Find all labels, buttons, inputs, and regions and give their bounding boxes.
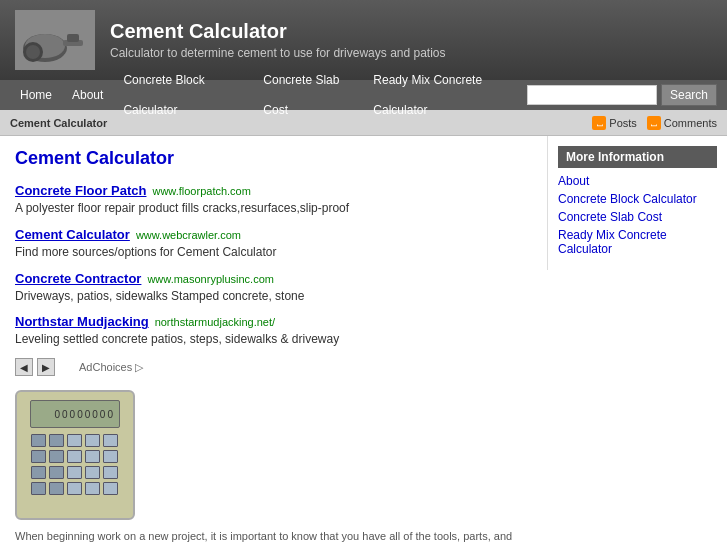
sidebar-title: More Information	[558, 146, 717, 168]
calc-btn	[49, 466, 64, 479]
adchoices-label: AdChoices ▷	[79, 361, 143, 374]
calc-screen: 00000000	[30, 400, 120, 428]
nav-bar: Home About Concrete Block Calculator Con…	[0, 80, 727, 110]
ad-desc-4: Leveling settled concrete patios, steps,…	[15, 331, 532, 348]
calc-btn	[31, 482, 46, 495]
calc-btn	[49, 450, 64, 463]
header-logo	[15, 10, 95, 70]
ad-item-2: Cement Calculator www.webcrawler.com Fin…	[15, 227, 532, 261]
calculator-image: 00000000	[15, 390, 135, 520]
sidebar-link-block[interactable]: Concrete Block Calculator	[558, 192, 717, 206]
calc-btn	[103, 482, 118, 495]
nav-concrete-block[interactable]: Concrete Block Calculator	[113, 65, 253, 125]
ad-title-3[interactable]: Concrete Contractor	[15, 271, 141, 286]
calc-btn	[85, 466, 100, 479]
calc-btn	[49, 482, 64, 495]
svg-point-6	[26, 45, 40, 59]
nav-home[interactable]: Home	[10, 80, 62, 110]
ad-desc-3: Driveways, patios, sidewalks Stamped con…	[15, 288, 532, 305]
calc-btn	[67, 434, 82, 447]
ad-title-1[interactable]: Concrete Floor Patch	[15, 183, 146, 198]
nav-search: Search	[527, 84, 717, 106]
ad-title-2[interactable]: Cement Calculator	[15, 227, 130, 242]
nav-about[interactable]: About	[62, 80, 113, 110]
calc-btn	[103, 434, 118, 447]
svg-rect-4	[67, 34, 79, 42]
nav-ready-mix[interactable]: Ready Mix Concrete Calculator	[363, 65, 527, 125]
ad-nav-arrows: ◀ ▶ AdChoices ▷	[15, 358, 532, 376]
sidebar: More Information About Concrete Block Ca…	[547, 136, 727, 270]
calc-btn	[85, 450, 100, 463]
ad-desc-1: A polyester floor repair product fills c…	[15, 200, 532, 217]
ad-url-3: www.masonryplusinc.com	[147, 273, 274, 285]
nav-concrete-slab[interactable]: Concrete Slab Cost	[253, 65, 363, 125]
calc-screen-text: 00000000	[55, 409, 116, 420]
ad-url-4: northstarmudjacking.net/	[155, 316, 275, 328]
calc-btn	[85, 434, 100, 447]
ad-url-1: www.floorpatch.com	[152, 185, 250, 197]
calc-btn	[85, 482, 100, 495]
calc-btn	[31, 466, 46, 479]
sidebar-link-slab[interactable]: Concrete Slab Cost	[558, 210, 717, 224]
calc-btn	[67, 482, 82, 495]
calc-btn	[103, 450, 118, 463]
posts-label: Posts	[609, 117, 637, 129]
ad-title-4[interactable]: Northstar Mudjacking	[15, 314, 149, 329]
search-input[interactable]	[527, 85, 657, 105]
calc-btn	[49, 434, 64, 447]
site-title: Cement Calculator	[110, 20, 446, 43]
main-layout: Cement Calculator Concrete Floor Patch w…	[0, 136, 727, 545]
bottom-text: When beginning work on a new project, it…	[15, 528, 532, 545]
ad-item-1: Concrete Floor Patch www.floorpatch.com …	[15, 183, 532, 217]
comments-label: Comments	[664, 117, 717, 129]
prev-arrow[interactable]: ◀	[15, 358, 33, 376]
calc-buttons	[31, 434, 119, 496]
ad-url-2: www.webcrawler.com	[136, 229, 241, 241]
comments-feed-link[interactable]: ⎵ Comments	[647, 116, 717, 130]
calc-btn	[67, 450, 82, 463]
posts-feed-link[interactable]: ⎵ Posts	[592, 116, 637, 130]
calc-btn	[67, 466, 82, 479]
calc-btn	[31, 434, 46, 447]
rss-icon: ⎵	[592, 116, 606, 130]
calc-btn	[31, 450, 46, 463]
breadcrumb-text: Cement Calculator	[10, 117, 107, 129]
site-subtitle: Calculator to determine cement to use fo…	[110, 46, 446, 60]
ad-item-4: Northstar Mudjacking northstarmudjacking…	[15, 314, 532, 348]
sidebar-link-about[interactable]: About	[558, 174, 717, 188]
header-text: Cement Calculator Calculator to determin…	[110, 20, 446, 60]
content-area: Cement Calculator Concrete Floor Patch w…	[0, 136, 547, 545]
feed-links: ⎵ Posts ⎵ Comments	[592, 116, 717, 130]
calc-btn	[103, 466, 118, 479]
page-title: Cement Calculator	[15, 148, 532, 169]
rss-icon-2: ⎵	[647, 116, 661, 130]
next-arrow[interactable]: ▶	[37, 358, 55, 376]
ad-block: Concrete Floor Patch www.floorpatch.com …	[15, 183, 532, 376]
ad-item-3: Concrete Contractor www.masonryplusinc.c…	[15, 271, 532, 305]
sidebar-link-ready-mix[interactable]: Ready Mix Concrete Calculator	[558, 228, 717, 256]
ad-desc-2: Find more sources/options for Cement Cal…	[15, 244, 532, 261]
search-button[interactable]: Search	[661, 84, 717, 106]
